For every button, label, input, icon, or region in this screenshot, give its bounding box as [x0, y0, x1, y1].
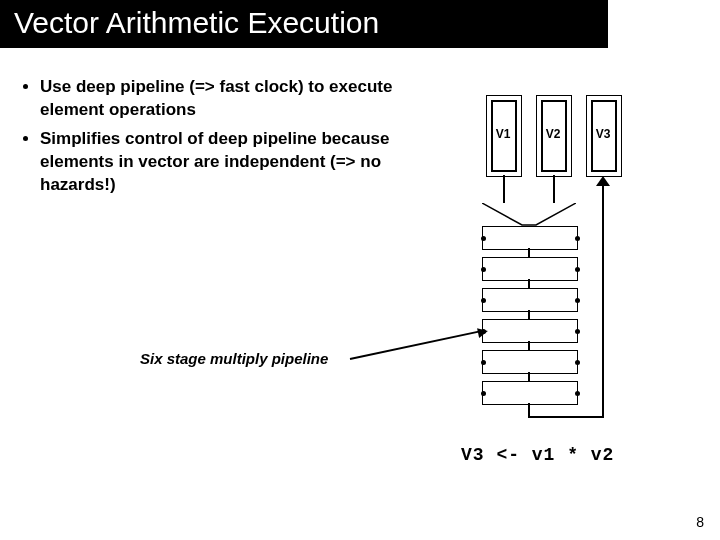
- arrow-right-icon: [477, 326, 489, 338]
- connector: [602, 178, 604, 418]
- connector: [528, 279, 530, 288]
- funnel-icon: [482, 203, 576, 227]
- pipeline-stage: [482, 381, 578, 405]
- bullet-list: Use deep pipeline (=> fast clock) to exe…: [18, 76, 448, 197]
- pointer-line: [350, 330, 481, 360]
- pipeline-stage: [482, 257, 578, 281]
- pipeline-stage: [482, 288, 578, 312]
- bullet-item: Simplifies control of deep pipeline beca…: [40, 128, 448, 197]
- register-v1-label: V1: [486, 127, 520, 141]
- pipeline-stage: [482, 226, 578, 250]
- connector: [528, 372, 530, 381]
- pipeline-stage: [482, 350, 578, 374]
- equation-text: V3 <- v1 * v2: [461, 445, 614, 465]
- connector: [553, 175, 555, 203]
- pipeline-stage: [482, 319, 578, 343]
- bullet-item: Use deep pipeline (=> fast clock) to exe…: [40, 76, 448, 122]
- diagram-caption: Six stage multiply pipeline: [140, 350, 328, 367]
- connector: [528, 403, 530, 417]
- connector: [528, 416, 603, 418]
- register-v2-label: V2: [536, 127, 570, 141]
- connector: [528, 310, 530, 319]
- page-number: 8: [696, 514, 704, 530]
- connector: [528, 341, 530, 350]
- slide-title: Vector Arithmetic Execution: [0, 0, 608, 48]
- connector: [503, 175, 505, 203]
- connector: [528, 248, 530, 257]
- arrow-up-icon: [596, 176, 610, 186]
- pipeline-diagram: V1 V2 V3: [470, 95, 680, 435]
- bullet-block: Use deep pipeline (=> fast clock) to exe…: [0, 76, 448, 203]
- register-v3-label: V3: [586, 127, 620, 141]
